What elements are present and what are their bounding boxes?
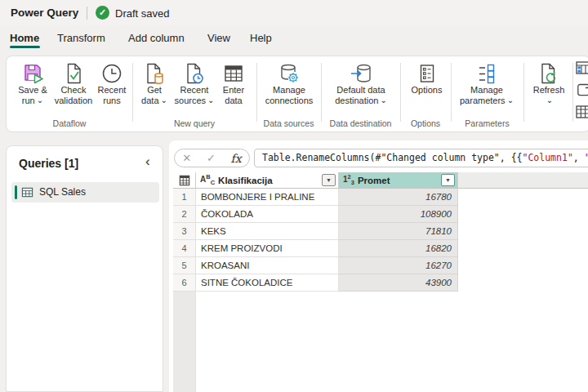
cell-klasifikacija[interactable]: SITNE ČOKOLADICE xyxy=(196,274,339,292)
group-label-data-sources: Data sources xyxy=(256,118,321,128)
group-label-new-query: New query xyxy=(132,118,256,128)
query-table-icon xyxy=(21,186,33,198)
formula-input[interactable]: Table.RenameColumns(#"Changed column typ… xyxy=(254,149,588,167)
draft-saved-check-icon xyxy=(96,6,109,20)
recent-sources-button[interactable]: Recent sources xyxy=(174,60,215,118)
column-header-promet[interactable]: 123 Promet xyxy=(339,172,458,189)
column-filter-dropdown[interactable] xyxy=(441,174,455,186)
collapse-panel-icon[interactable] xyxy=(145,154,150,170)
get-data-button[interactable]: Get data xyxy=(136,60,173,118)
group-label-dataflow: Dataflow xyxy=(7,118,132,128)
get-data-icon xyxy=(143,62,166,85)
table-row: 3 KEKS 71810 xyxy=(173,223,588,240)
cell-klasifikacija[interactable]: KREM PROIZVODI xyxy=(196,240,339,257)
group-label-parameters: Parameters xyxy=(451,118,523,128)
group-separator xyxy=(400,63,401,122)
manage-connections-button[interactable]: Manage connections xyxy=(261,60,318,118)
number-type-icon: 123 xyxy=(343,173,354,186)
group-separator xyxy=(132,63,133,122)
cell-promet[interactable]: 43900 xyxy=(339,274,458,292)
row-number[interactable]: 4 xyxy=(173,240,196,257)
formula-bar-buttons: fx xyxy=(174,149,250,167)
group-label-data-destination: Data destination xyxy=(321,118,400,128)
select-all-corner[interactable] xyxy=(173,172,196,189)
topbar-divider xyxy=(87,7,87,20)
chevron-down-icon xyxy=(507,95,514,105)
editor-area: fx Table.RenameColumns(#"Changed column … xyxy=(169,140,588,392)
group-separator xyxy=(451,63,452,122)
tab-home[interactable]: Home xyxy=(10,32,39,44)
table-icon xyxy=(179,175,190,186)
check-validation-button[interactable]: Check validation xyxy=(54,60,93,118)
cell-klasifikacija[interactable]: KEKS xyxy=(196,223,339,240)
selected-query-indicator xyxy=(15,185,17,199)
recent-sources-icon xyxy=(183,62,206,85)
table-columns-icon[interactable] xyxy=(576,60,588,75)
save-run-icon xyxy=(21,62,44,85)
default-data-destination-button[interactable]: Default data destination xyxy=(326,60,396,118)
options-icon xyxy=(416,62,439,85)
query-item-sql-sales[interactable]: SQL Sales xyxy=(11,182,159,203)
row-number[interactable]: 1 xyxy=(173,189,196,206)
column-filter-dropdown[interactable] xyxy=(322,174,336,186)
cell-promet[interactable]: 71810 xyxy=(339,223,458,240)
refresh-button[interactable]: Refresh xyxy=(529,60,568,118)
table-grid-icon[interactable] xyxy=(576,105,588,119)
cell-promet[interactable]: 16820 xyxy=(339,240,458,257)
cell-promet[interactable]: 16780 xyxy=(339,189,458,206)
tab-help[interactable]: Help xyxy=(250,32,272,44)
cell-promet[interactable]: 16270 xyxy=(339,257,458,274)
row-number[interactable]: 6 xyxy=(173,274,196,292)
cell-promet[interactable]: 108900 xyxy=(339,206,458,223)
cancel-formula-icon[interactable] xyxy=(182,152,191,164)
ribbon: Save & run Check validation Recent runs … xyxy=(6,56,588,132)
row-number[interactable]: 3 xyxy=(173,223,196,240)
enter-data-button[interactable]: Enter data xyxy=(215,60,252,118)
group-separator xyxy=(523,63,524,122)
options-button[interactable]: Options xyxy=(404,60,449,118)
chevron-down-icon xyxy=(207,95,214,105)
recent-runs-button[interactable]: Recent runs xyxy=(93,60,131,118)
row-gutter-extension xyxy=(173,292,196,392)
top-bar: Power Query Draft saved xyxy=(0,0,588,26)
chevron-down-icon xyxy=(161,95,167,105)
refresh-icon xyxy=(537,62,560,85)
table-row: 1 BOMBONJERE I PRALINE 16780 xyxy=(173,189,588,206)
default-data-destination-icon xyxy=(350,62,372,85)
cell-klasifikacija[interactable]: KROASANI xyxy=(196,257,339,274)
row-number[interactable]: 2 xyxy=(173,206,196,223)
tab-add-column[interactable]: Add column xyxy=(128,32,185,44)
manage-parameters-button[interactable]: Manage parameters xyxy=(453,60,520,118)
table-row: 5 KROASANI 16270 xyxy=(173,257,588,274)
queries-panel: Queries [1] SQL Sales xyxy=(6,145,163,392)
chevron-down-icon xyxy=(546,95,553,105)
header-filler xyxy=(458,172,588,189)
row-number[interactable]: 5 xyxy=(173,257,196,274)
manage-parameters-icon xyxy=(475,62,498,85)
group-label-options: Options xyxy=(400,118,451,128)
grid-header-row: ABC Klasifikacija 123 Promet xyxy=(173,172,588,189)
fx-icon[interactable]: fx xyxy=(231,152,242,165)
cell-klasifikacija[interactable]: ČOKOLADA xyxy=(196,206,339,223)
draft-saved-status: Draft saved xyxy=(115,7,169,20)
commit-formula-icon[interactable] xyxy=(207,152,216,164)
chevron-down-icon xyxy=(37,95,43,105)
recent-runs-icon xyxy=(100,62,123,85)
active-tab-underline xyxy=(10,46,40,48)
group-separator xyxy=(572,63,573,122)
data-grid: ABC Klasifikacija 123 Promet 1 BOMBONJER… xyxy=(173,172,588,292)
enter-data-icon xyxy=(222,62,245,85)
cell-klasifikacija[interactable]: BOMBONJERE I PRALINE xyxy=(196,189,339,206)
group-separator xyxy=(256,63,257,122)
app-title: Power Query xyxy=(11,7,78,19)
scroll-icon[interactable] xyxy=(576,82,588,97)
manage-connections-icon xyxy=(278,62,301,85)
tab-transform[interactable]: Transform xyxy=(57,32,105,44)
table-row: 4 KREM PROIZVODI 16820 xyxy=(173,240,588,257)
column-header-klasifikacija[interactable]: ABC Klasifikacija xyxy=(196,172,339,189)
tab-view[interactable]: View xyxy=(207,32,230,44)
save-and-run-button[interactable]: Save & run xyxy=(12,60,53,118)
table-row: 6 SITNE ČOKOLADICE 43900 xyxy=(173,274,588,292)
check-validation-icon xyxy=(62,62,85,85)
table-row: 2 ČOKOLADA 108900 xyxy=(173,206,588,223)
